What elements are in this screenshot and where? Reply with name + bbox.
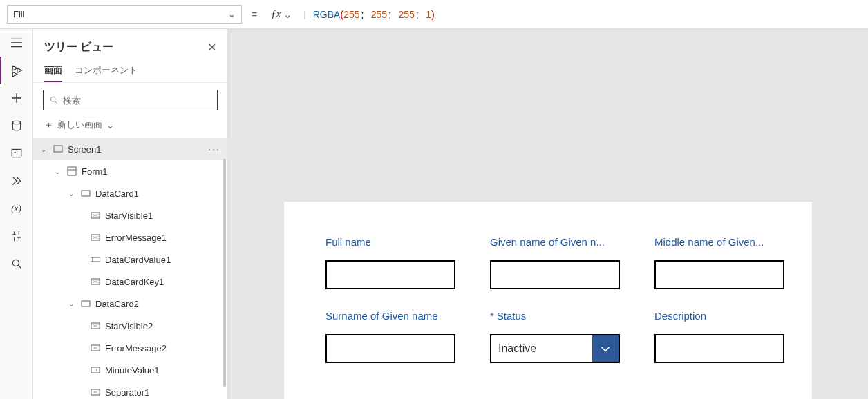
- tree-item-minutevalue1[interactable]: MinuteValue1: [33, 359, 227, 381]
- chevron-down-icon: ⌄: [228, 9, 236, 19]
- tree-item-form1[interactable]: ⌄ Form1: [33, 160, 227, 182]
- tree-item-errormessage2[interactable]: ErrorMessage2: [33, 337, 227, 359]
- tree-view-title: ツリー ビュー: [44, 40, 113, 55]
- rail-variables[interactable]: (x): [0, 195, 32, 222]
- label-icon: [90, 342, 101, 353]
- field-label: Description: [654, 310, 784, 322]
- rail-tree-view[interactable]: [0, 57, 32, 84]
- search-icon: [49, 95, 59, 105]
- close-icon[interactable]: ✕: [207, 41, 216, 54]
- svg-point-4: [50, 97, 55, 101]
- svg-rect-6: [68, 167, 76, 175]
- field-label: Middle name of Given...: [654, 236, 784, 248]
- scrollbar[interactable]: [223, 159, 226, 387]
- textinput-icon: [90, 254, 101, 265]
- tree-item-datacardvalue1[interactable]: DataCardValue1: [33, 249, 227, 271]
- form-card: Full name Given name of Given n... Middl…: [284, 202, 812, 399]
- fx-icon[interactable]: ƒx⌄: [267, 8, 296, 21]
- rail-hamburger[interactable]: [0, 29, 32, 57]
- svg-rect-12: [82, 301, 90, 306]
- svg-point-2: [14, 152, 15, 153]
- formula-bar[interactable]: RGBA ( 255; 255; 255; 1 ): [313, 9, 861, 20]
- search-input[interactable]: [63, 95, 211, 106]
- rail-power-automate[interactable]: [0, 167, 32, 195]
- label-icon: [90, 210, 101, 221]
- dropdown-icon: [90, 364, 101, 376]
- required-star: *: [490, 310, 494, 322]
- chevron-down-icon: [599, 342, 612, 355]
- tree-item-starvisible2[interactable]: StarVisible2: [33, 315, 227, 337]
- field-label: Given name of Given n...: [490, 236, 620, 248]
- field-surname: Surname of Given name: [326, 310, 455, 363]
- field-middle-name: Middle name of Given...: [654, 236, 784, 289]
- field-label: Surname of Given name: [326, 310, 455, 322]
- form-icon: [66, 166, 77, 177]
- tree-list: ⌄ Screen1 ··· ⌄ Form1 ⌄ DataCard1 StarVi…: [33, 138, 227, 399]
- screen-icon: [53, 144, 64, 155]
- description-input[interactable]: [654, 334, 784, 363]
- label-icon: [90, 232, 101, 243]
- formula-func: RGBA: [313, 9, 341, 20]
- field-description: Description: [654, 310, 784, 363]
- full-name-input[interactable]: [326, 260, 455, 289]
- tree-item-datacardkey1[interactable]: DataCardKey1: [33, 271, 227, 293]
- canvas[interactable]: Full name Given name of Given n... Middl…: [228, 29, 868, 399]
- more-icon[interactable]: ···: [208, 144, 220, 155]
- tab-screens[interactable]: 画面: [44, 60, 62, 82]
- label-icon: [90, 276, 101, 287]
- surname-input[interactable]: [326, 334, 455, 363]
- rail-data[interactable]: [0, 112, 32, 139]
- tree-item-screen1[interactable]: ⌄ Screen1 ···: [33, 138, 227, 160]
- svg-rect-7: [82, 191, 90, 196]
- field-status: *Status Inactive: [490, 310, 620, 363]
- rail-insert[interactable]: [0, 84, 32, 112]
- tab-components[interactable]: コンポーネント: [75, 60, 138, 82]
- chevron-down-icon: ⌄: [106, 120, 114, 130]
- field-given-name: Given name of Given n...: [490, 236, 620, 289]
- tree-item-separator1[interactable]: Separator1: [33, 381, 227, 399]
- datacard-icon: [80, 188, 91, 199]
- svg-rect-5: [54, 146, 62, 152]
- property-selector[interactable]: Fill ⌄: [7, 5, 242, 24]
- collapse-icon[interactable]: ⌄: [39, 146, 48, 153]
- field-label: *Status: [490, 310, 620, 322]
- collapse-icon[interactable]: ⌄: [66, 300, 76, 308]
- tree-search[interactable]: [43, 90, 218, 110]
- rail-media[interactable]: [0, 139, 32, 167]
- rail-advanced-tools[interactable]: [0, 222, 32, 250]
- plus-icon: ＋: [44, 119, 53, 131]
- rail-search[interactable]: [0, 250, 32, 278]
- field-label: Full name: [326, 236, 455, 248]
- svg-rect-15: [91, 367, 100, 373]
- field-full-name: Full name: [326, 236, 455, 289]
- tree-view-panel: ツリー ビュー ✕ 画面 コンポーネント ＋ 新しい画面 ⌄ ⌄ Screen1…: [33, 29, 228, 399]
- new-screen-button[interactable]: ＋ 新しい画面 ⌄: [33, 115, 227, 138]
- datacard-icon: [80, 298, 91, 309]
- collapse-icon[interactable]: ⌄: [53, 168, 62, 175]
- dropdown-button[interactable]: [592, 335, 619, 362]
- status-value: Inactive: [491, 335, 592, 362]
- label-icon: [90, 387, 101, 398]
- tree-item-datacard2[interactable]: ⌄ DataCard2: [33, 293, 227, 315]
- left-rail: (x): [0, 29, 33, 399]
- middle-name-input[interactable]: [654, 260, 784, 289]
- label-icon: [90, 320, 101, 331]
- tree-item-starvisible1[interactable]: StarVisible1: [33, 204, 227, 226]
- svg-rect-10: [91, 257, 100, 262]
- svg-rect-1: [12, 149, 21, 157]
- collapse-icon[interactable]: ⌄: [66, 190, 76, 197]
- divider: |: [303, 9, 305, 19]
- tree-item-datacard1[interactable]: ⌄ DataCard1: [33, 182, 227, 204]
- svg-point-3: [12, 260, 19, 266]
- property-name: Fill: [13, 9, 25, 19]
- tree-item-errormessage1[interactable]: ErrorMessage1: [33, 226, 227, 249]
- status-dropdown[interactable]: Inactive: [490, 334, 620, 363]
- svg-point-0: [12, 121, 20, 124]
- given-name-input[interactable]: [490, 260, 620, 289]
- equals-sign: =: [247, 9, 261, 20]
